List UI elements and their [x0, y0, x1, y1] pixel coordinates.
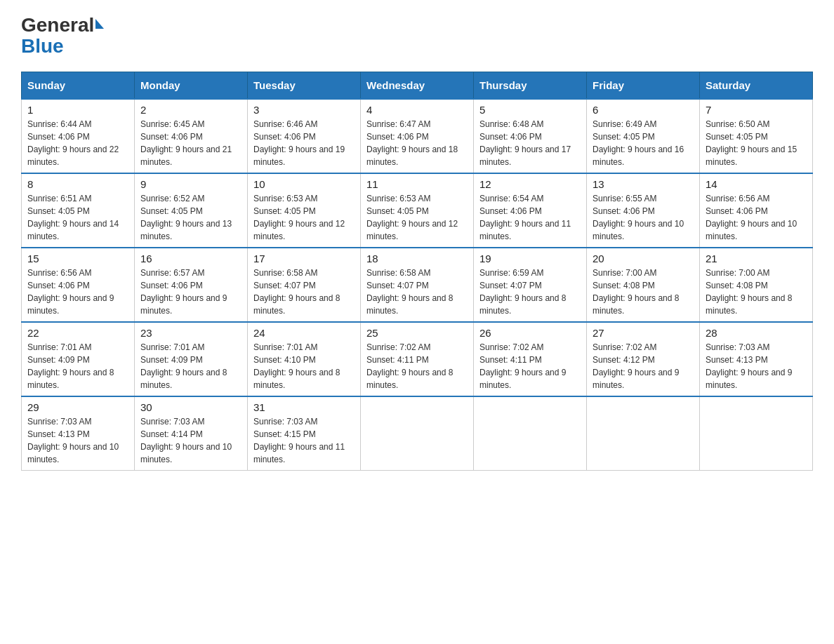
day-number: 26 [479, 327, 581, 339]
day-number: 5 [479, 104, 581, 116]
cell-info: Sunrise: 6:46 AMSunset: 4:06 PMDaylight:… [253, 119, 345, 167]
day-number: 4 [366, 104, 468, 116]
cell-info: Sunrise: 6:55 AMSunset: 4:06 PMDaylight:… [593, 194, 684, 241]
cell-info: Sunrise: 6:56 AMSunset: 4:06 PMDaylight:… [27, 268, 114, 316]
calendar-cell: 27 Sunrise: 7:02 AMSunset: 4:12 PMDaylig… [587, 322, 700, 396]
calendar-week-4: 22 Sunrise: 7:01 AMSunset: 4:09 PMDaylig… [22, 322, 813, 396]
calendar-cell: 1 Sunrise: 6:44 AMSunset: 4:06 PMDayligh… [22, 99, 135, 173]
cell-info: Sunrise: 7:00 AMSunset: 4:08 PMDaylight:… [706, 268, 792, 316]
calendar-cell: 14 Sunrise: 6:56 AMSunset: 4:06 PMDaylig… [700, 173, 813, 248]
day-number: 17 [253, 253, 355, 264]
calendar-cell: 30 Sunrise: 7:03 AMSunset: 4:14 PMDaylig… [135, 396, 248, 471]
calendar-cell: 9 Sunrise: 6:52 AMSunset: 4:05 PMDayligh… [135, 173, 248, 248]
calendar-cell: 2 Sunrise: 6:45 AMSunset: 4:06 PMDayligh… [135, 99, 248, 173]
day-number: 3 [253, 104, 355, 116]
calendar-cell: 21 Sunrise: 7:00 AMSunset: 4:08 PMDaylig… [700, 248, 813, 322]
calendar-week-5: 29 Sunrise: 7:03 AMSunset: 4:13 PMDaylig… [22, 396, 813, 471]
calendar-cell: 17 Sunrise: 6:58 AMSunset: 4:07 PMDaylig… [248, 248, 361, 322]
weekday-header-sunday: Sunday [22, 72, 135, 100]
cell-info: Sunrise: 6:56 AMSunset: 4:06 PMDaylight:… [706, 194, 797, 241]
day-number: 21 [706, 253, 807, 264]
day-number: 2 [140, 104, 241, 116]
calendar-cell [587, 396, 700, 471]
calendar-cell: 19 Sunrise: 6:59 AMSunset: 4:07 PMDaylig… [474, 248, 587, 322]
weekday-header-monday: Monday [135, 72, 248, 100]
day-number: 15 [27, 253, 128, 264]
cell-info: Sunrise: 6:59 AMSunset: 4:07 PMDaylight:… [479, 268, 566, 316]
calendar-cell: 20 Sunrise: 7:00 AMSunset: 4:08 PMDaylig… [587, 248, 700, 322]
calendar-cell: 7 Sunrise: 6:50 AMSunset: 4:05 PMDayligh… [700, 99, 813, 173]
calendar-cell: 29 Sunrise: 7:03 AMSunset: 4:13 PMDaylig… [22, 396, 135, 471]
calendar-cell: 3 Sunrise: 6:46 AMSunset: 4:06 PMDayligh… [248, 99, 361, 173]
cell-info: Sunrise: 6:58 AMSunset: 4:07 PMDaylight:… [366, 268, 453, 316]
day-number: 30 [140, 401, 241, 413]
cell-info: Sunrise: 7:01 AMSunset: 4:10 PMDaylight:… [253, 342, 340, 390]
logo-general-text: General [21, 14, 94, 36]
weekday-header-friday: Friday [587, 72, 700, 100]
day-number: 18 [366, 253, 468, 264]
day-number: 23 [140, 327, 241, 339]
calendar-cell: 12 Sunrise: 6:54 AMSunset: 4:06 PMDaylig… [474, 173, 587, 248]
cell-info: Sunrise: 7:01 AMSunset: 4:09 PMDaylight:… [27, 342, 114, 390]
calendar-week-2: 8 Sunrise: 6:51 AMSunset: 4:05 PMDayligh… [22, 173, 813, 248]
cell-info: Sunrise: 6:54 AMSunset: 4:06 PMDaylight:… [479, 194, 571, 241]
cell-info: Sunrise: 6:57 AMSunset: 4:06 PMDaylight:… [140, 268, 227, 316]
cell-info: Sunrise: 6:53 AMSunset: 4:05 PMDaylight:… [253, 194, 345, 241]
calendar-cell: 25 Sunrise: 7:02 AMSunset: 4:11 PMDaylig… [361, 322, 474, 396]
calendar-cell: 26 Sunrise: 7:02 AMSunset: 4:11 PMDaylig… [474, 322, 587, 396]
day-number: 16 [140, 253, 241, 264]
day-number: 22 [27, 327, 128, 339]
calendar-cell: 15 Sunrise: 6:56 AMSunset: 4:06 PMDaylig… [22, 248, 135, 322]
weekday-header-wednesday: Wednesday [361, 72, 474, 100]
calendar-cell: 6 Sunrise: 6:49 AMSunset: 4:05 PMDayligh… [587, 99, 700, 173]
cell-info: Sunrise: 6:53 AMSunset: 4:05 PMDaylight:… [366, 194, 458, 241]
page-header: General Blue [21, 14, 813, 58]
day-number: 14 [706, 178, 807, 190]
calendar-cell [361, 396, 474, 471]
calendar-week-3: 15 Sunrise: 6:56 AMSunset: 4:06 PMDaylig… [22, 248, 813, 322]
calendar-cell: 22 Sunrise: 7:01 AMSunset: 4:09 PMDaylig… [22, 322, 135, 396]
calendar-cell: 16 Sunrise: 6:57 AMSunset: 4:06 PMDaylig… [135, 248, 248, 322]
cell-info: Sunrise: 6:49 AMSunset: 4:05 PMDaylight:… [593, 119, 684, 167]
cell-info: Sunrise: 7:00 AMSunset: 4:08 PMDaylight:… [593, 268, 679, 316]
cell-info: Sunrise: 6:45 AMSunset: 4:06 PMDaylight:… [140, 119, 232, 167]
day-number: 12 [479, 178, 581, 190]
weekday-header-thursday: Thursday [474, 72, 587, 100]
calendar-cell: 11 Sunrise: 6:53 AMSunset: 4:05 PMDaylig… [361, 173, 474, 248]
cell-info: Sunrise: 7:02 AMSunset: 4:12 PMDaylight:… [593, 342, 679, 390]
day-number: 20 [593, 253, 694, 264]
cell-info: Sunrise: 7:02 AMSunset: 4:11 PMDaylight:… [366, 342, 453, 390]
cell-info: Sunrise: 7:03 AMSunset: 4:13 PMDaylight:… [27, 417, 119, 464]
day-number: 11 [366, 178, 468, 190]
calendar-cell: 18 Sunrise: 6:58 AMSunset: 4:07 PMDaylig… [361, 248, 474, 322]
calendar-cell: 13 Sunrise: 6:55 AMSunset: 4:06 PMDaylig… [587, 173, 700, 248]
cell-info: Sunrise: 6:58 AMSunset: 4:07 PMDaylight:… [253, 268, 340, 316]
day-number: 19 [479, 253, 581, 264]
calendar-cell: 5 Sunrise: 6:48 AMSunset: 4:06 PMDayligh… [474, 99, 587, 173]
calendar-cell: 4 Sunrise: 6:47 AMSunset: 4:06 PMDayligh… [361, 99, 474, 173]
cell-info: Sunrise: 7:02 AMSunset: 4:11 PMDaylight:… [479, 342, 566, 390]
weekday-header-tuesday: Tuesday [248, 72, 361, 100]
logo-arrow-icon [95, 19, 104, 29]
cell-info: Sunrise: 7:03 AMSunset: 4:15 PMDaylight:… [253, 417, 345, 464]
calendar-week-1: 1 Sunrise: 6:44 AMSunset: 4:06 PMDayligh… [22, 99, 813, 173]
cell-info: Sunrise: 6:52 AMSunset: 4:05 PMDaylight:… [140, 194, 232, 241]
cell-info: Sunrise: 6:51 AMSunset: 4:05 PMDaylight:… [27, 194, 119, 241]
day-number: 10 [253, 178, 355, 190]
day-number: 28 [706, 327, 807, 339]
logo-blue-text: Blue [21, 35, 64, 58]
day-number: 7 [706, 104, 807, 116]
cell-info: Sunrise: 6:44 AMSunset: 4:06 PMDaylight:… [27, 119, 119, 167]
day-number: 27 [593, 327, 694, 339]
calendar-cell: 24 Sunrise: 7:01 AMSunset: 4:10 PMDaylig… [248, 322, 361, 396]
calendar-cell: 23 Sunrise: 7:01 AMSunset: 4:09 PMDaylig… [135, 322, 248, 396]
logo: General Blue [21, 14, 104, 58]
day-number: 9 [140, 178, 241, 190]
day-number: 24 [253, 327, 355, 339]
calendar-table: SundayMondayTuesdayWednesdayThursdayFrid… [21, 72, 813, 471]
day-number: 6 [593, 104, 694, 116]
calendar-cell [474, 396, 587, 471]
cell-info: Sunrise: 6:48 AMSunset: 4:06 PMDaylight:… [479, 119, 571, 167]
calendar-cell [700, 396, 813, 471]
day-number: 1 [27, 104, 128, 116]
